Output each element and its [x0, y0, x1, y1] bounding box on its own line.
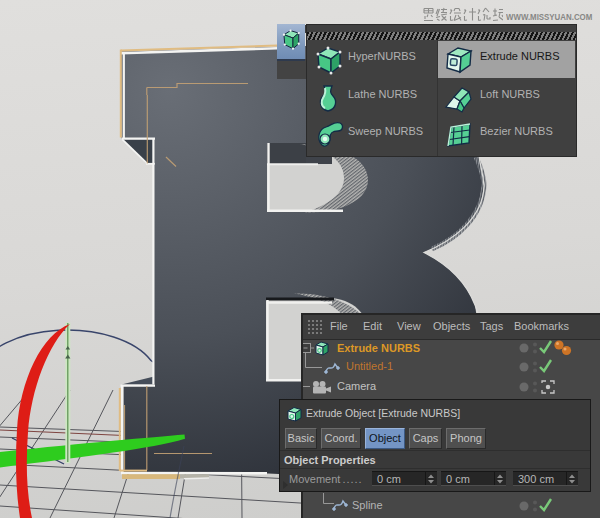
- svg-text:Camera: Camera: [337, 380, 377, 392]
- svg-text:Extrude NURBS: Extrude NURBS: [337, 342, 420, 354]
- svg-text:Untitled-1: Untitled-1: [346, 360, 393, 372]
- svg-text:Spline: Spline: [352, 499, 383, 511]
